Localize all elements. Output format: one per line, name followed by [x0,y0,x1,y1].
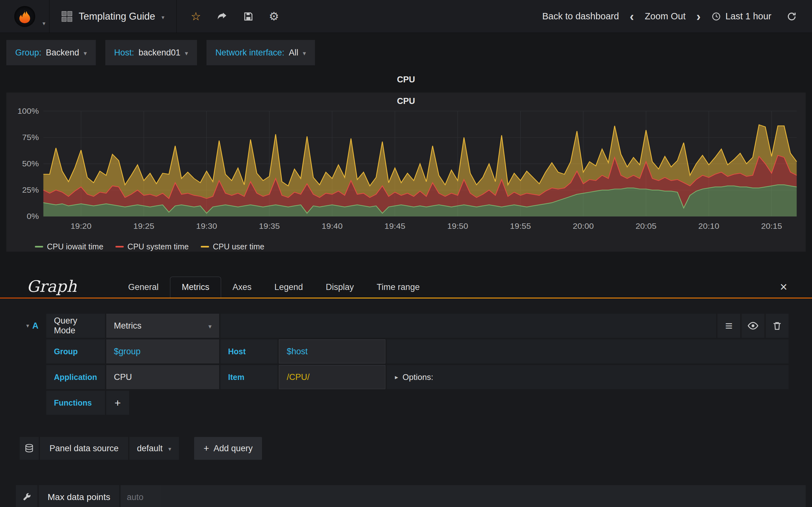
max-data-points-row: Max data points [16,485,806,507]
chevron-down-icon: ▾ [185,49,188,57]
tab-legend[interactable]: Legend [263,277,314,297]
query-menu-button[interactable]: ≡ [717,314,740,338]
save-icon[interactable] [243,11,254,22]
legend-color-dash [115,246,124,247]
navbar-actions: ☆ ⚙ [177,0,293,33]
add-query-label: Add query [213,444,252,453]
legend-item[interactable]: CPU user time [201,242,264,251]
chevron-down-icon: ▾ [168,446,171,452]
share-icon[interactable] [216,11,228,22]
clock-icon [711,12,721,21]
tab-axes[interactable]: Axes [221,277,263,297]
application-input[interactable]: CPU [106,365,219,389]
dashboards-grid-icon [61,11,72,22]
editor-body: ▾ A Query Mode Metrics ▾ ≡ Group $group [0,298,812,507]
eye-icon [747,320,759,331]
variable-label: Network interface: [215,48,285,58]
wrench-icon [21,492,32,502]
options-toggle[interactable]: ▸ Options: [387,365,789,389]
variable-label: Group: [15,48,42,58]
graph-title: CPU [9,95,803,107]
cpu-chart-svg[interactable]: 0%25%50%75%100%19:2019:2519:3019:3519:40… [9,107,803,240]
dashboard-title: Templating Guide [79,11,155,22]
refresh-button[interactable] [779,11,804,21]
host-input[interactable]: $host [279,339,386,363]
dashboard-title-menu[interactable]: Templating Guide ▾ [49,0,177,33]
item-label: Item [220,365,277,389]
query-row-filler [387,339,789,363]
star-icon[interactable]: ☆ [191,10,201,23]
datasource-select[interactable]: default ▾ [130,437,179,460]
functions-label: Functions [46,391,105,415]
svg-text:19:30: 19:30 [196,222,217,230]
max-data-points-filler [161,485,806,507]
time-shift-left-icon[interactable]: ‹ [626,10,637,23]
navbar-right: Back to dashboard ‹ Zoom Out › Last 1 ho… [535,0,812,33]
tab-time-range[interactable]: Time range [365,277,432,297]
svg-text:50%: 50% [22,159,39,168]
options-label: Options: [403,372,433,382]
caret-right-icon: ▸ [395,373,398,381]
template-variables-row: Group: Backend ▾ Host: backend01 ▾ Netwo… [6,40,812,65]
add-query-button[interactable]: + Add query [194,437,262,460]
query-row-functions: Functions + [20,391,789,415]
close-editor-icon[interactable]: × [780,280,787,293]
time-range-label: Last 1 hour [725,11,771,21]
time-shift-right-icon[interactable]: › [693,10,704,23]
query-letter: A [32,321,39,331]
legend-item[interactable]: CPU iowait time [35,242,103,251]
legend-color-dash [35,246,43,247]
grafana-logo-icon [14,6,35,27]
tab-metrics[interactable]: Metrics [170,277,221,297]
zoom-out-button[interactable]: Zoom Out [637,11,693,21]
max-data-points-input[interactable] [120,485,161,507]
query-row-filler [220,314,716,338]
query-mode-select[interactable]: Metrics ▾ [106,314,219,338]
variable-group-dropdown[interactable]: Group: Backend ▾ [6,40,96,65]
query-delete-button[interactable] [766,314,789,338]
variable-value: Backend [46,48,79,58]
item-input[interactable]: /CPU/ [279,365,386,389]
variable-value: All [289,48,298,58]
chevron-down-icon: ▾ [303,49,306,57]
query-row-group-host: Group $group Host $host [20,339,789,363]
datasource-value: default [137,444,163,453]
database-icon [24,443,34,453]
editor-tabs: General Metrics Axes Legend Display Time… [117,277,431,297]
svg-text:19:50: 19:50 [447,222,468,230]
chart-legend: CPU iowait timeCPU system timeCPU user t… [35,242,803,251]
group-label: Group [46,339,105,363]
trash-icon [772,320,782,331]
svg-text:75%: 75% [22,133,39,141]
variable-netif-dropdown[interactable]: Network interface: All ▾ [206,40,315,65]
panel-title[interactable]: CPU [0,75,812,86]
max-data-points-label: Max data points [39,485,119,507]
svg-text:19:40: 19:40 [322,222,343,230]
grafana-logo-button[interactable]: ▾ [0,0,49,33]
cpu-graph-panel: CPU 0%25%50%75%100%19:2019:2519:3019:351… [6,93,806,251]
query-toggle-visibility-button[interactable] [742,314,764,338]
query-collapse-toggle[interactable]: ▾ A [20,314,45,338]
svg-text:20:10: 20:10 [699,222,719,230]
legend-item[interactable]: CPU system time [115,242,189,251]
menu-icon: ≡ [725,319,732,333]
chevron-down-icon: ▾ [208,323,212,330]
back-to-dashboard-button[interactable]: Back to dashboard [535,11,626,21]
settings-gear-icon[interactable]: ⚙ [269,10,279,23]
time-range-picker[interactable]: Last 1 hour [704,11,779,21]
add-function-button[interactable]: + [106,391,129,415]
svg-text:19:35: 19:35 [259,222,280,230]
svg-text:19:20: 19:20 [70,222,91,230]
panel-datasource-label: Panel data source [40,437,128,460]
query-row-mode: ▾ A Query Mode Metrics ▾ ≡ [20,314,789,338]
title-caret-icon: ▾ [161,14,164,21]
variable-host-dropdown[interactable]: Host: backend01 ▾ [105,40,197,65]
svg-text:19:45: 19:45 [385,222,405,230]
host-label: Host [220,339,277,363]
logo-caret-icon: ▾ [43,20,45,27]
chevron-down-icon: ▾ [84,49,87,57]
group-input[interactable]: $group [106,339,219,363]
query-mode-label: Query Mode [46,314,105,338]
tab-general[interactable]: General [117,277,170,297]
tab-display[interactable]: Display [314,277,365,297]
